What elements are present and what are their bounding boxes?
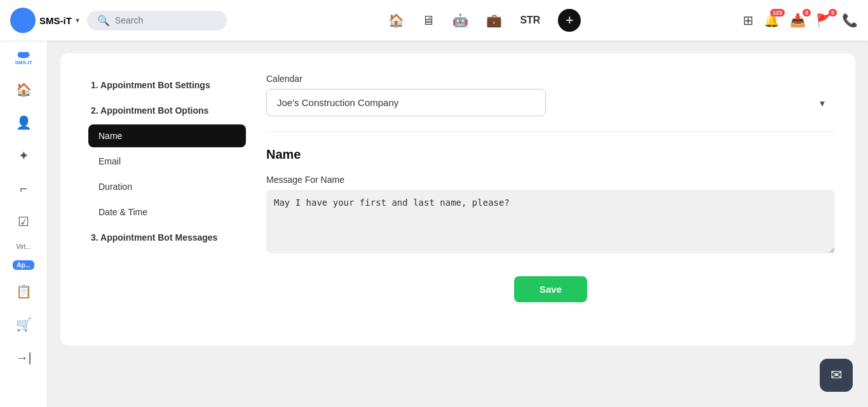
nav-home-icon[interactable]: 🏠 bbox=[388, 13, 404, 28]
message-for-name-textarea[interactable] bbox=[266, 190, 835, 253]
sidebar-item-shop[interactable]: 🛒 bbox=[10, 310, 37, 338]
brand-dropdown-icon: ▾ bbox=[76, 16, 79, 25]
content-area: 1. Appointment Bot Settings 2. Appointme… bbox=[48, 41, 868, 407]
main-card: 1. Appointment Bot Settings 2. Appointme… bbox=[60, 53, 855, 345]
sidebar-item-home[interactable]: 🏠 bbox=[10, 76, 37, 103]
top-navigation: SMS-iT ▾ 🔍 🏠 🖥 🤖 💼 STR + ⊞ 🔔 123 📥 0 🚩 0… bbox=[0, 0, 868, 41]
section-divider bbox=[266, 131, 835, 132]
sidebar-item-exit[interactable]: →| bbox=[10, 344, 37, 371]
nav-briefcase-icon[interactable]: 💼 bbox=[486, 13, 502, 28]
menu-item-duration[interactable]: Duration bbox=[88, 175, 246, 198]
menu-subitems: Name Email Duration Date & Time bbox=[81, 124, 246, 224]
sidebar-item-forms[interactable]: 📋 bbox=[10, 277, 37, 305]
sidebar-logo-text: SMS-iT bbox=[15, 60, 32, 65]
calendar-select[interactable]: Joe's Construction Company bbox=[266, 89, 546, 116]
calendar-chevron-down-icon: ▾ bbox=[820, 97, 825, 109]
nav-monitor-icon[interactable]: 🖥 bbox=[422, 13, 435, 28]
nav-flag-button[interactable]: 🚩 0 bbox=[816, 13, 832, 28]
nav-right-icons: ⊞ 🔔 123 📥 0 🚩 0 📞 bbox=[743, 13, 858, 28]
nav-bot-icon[interactable]: 🤖 bbox=[452, 13, 468, 28]
smsit-logo-icon bbox=[16, 48, 31, 60]
svg-point-1 bbox=[18, 51, 23, 57]
sidebar-logo: SMS-iT bbox=[8, 48, 39, 65]
menu-section-1: 1. Appointment Bot Settings bbox=[81, 74, 246, 97]
svg-point-2 bbox=[24, 51, 29, 57]
calendar-select-wrapper: Joe's Construction Company ▾ bbox=[266, 89, 835, 116]
nav-str-label[interactable]: STR bbox=[520, 15, 540, 26]
right-panel: Calendar Joe's Construction Company ▾ Na… bbox=[266, 74, 835, 302]
chat-icon: ✉ bbox=[831, 367, 842, 384]
nav-grid-icon[interactable]: ⊞ bbox=[743, 13, 754, 28]
search-bar[interactable]: 🔍 bbox=[87, 11, 227, 30]
bell-badge: 123 bbox=[770, 9, 785, 17]
two-column-layout: 1. Appointment Bot Settings 2. Appointme… bbox=[81, 74, 835, 302]
save-button[interactable]: Save bbox=[514, 276, 587, 302]
nav-phone-icon[interactable]: 📞 bbox=[842, 13, 858, 28]
sidebar-item-pipelines[interactable]: ⌐ bbox=[10, 175, 37, 203]
main-layout: SMS-iT 🏠 👤 ✦ ⌐ ☑ Virt... Ap... 📋 🛒 →| 1.… bbox=[0, 41, 868, 407]
save-area: Save bbox=[266, 276, 835, 302]
nav-bell-button[interactable]: 🔔 123 bbox=[764, 13, 780, 28]
menu-section-2: 2. Appointment Bot Options bbox=[81, 99, 246, 122]
inbox-badge: 0 bbox=[803, 9, 811, 17]
search-icon: 🔍 bbox=[97, 15, 110, 27]
menu-item-email[interactable]: Email bbox=[88, 150, 246, 173]
sidebar-item-virt[interactable]: Virt... bbox=[4, 241, 43, 253]
nav-inbox-button[interactable]: 📥 0 bbox=[790, 13, 806, 28]
sidebar-item-contacts[interactable]: 👤 bbox=[10, 109, 37, 137]
left-sidebar: SMS-iT 🏠 👤 ✦ ⌐ ☑ Virt... Ap... 📋 🛒 →| bbox=[0, 41, 48, 407]
flag-badge: 0 bbox=[829, 9, 837, 17]
menu-item-name[interactable]: Name bbox=[88, 124, 246, 147]
brand-name: SMS-iT bbox=[39, 15, 72, 26]
chat-float-button[interactable]: ✉ bbox=[820, 359, 853, 392]
sidebar-item-tasks[interactable]: ☑ bbox=[10, 208, 37, 236]
sidebar-ap-badge: Ap... bbox=[13, 260, 34, 270]
user-avatar bbox=[10, 8, 36, 33]
menu-item-date-time[interactable]: Date & Time bbox=[88, 201, 246, 224]
sidebar-virt-label: Virt... bbox=[16, 243, 31, 250]
brand-logo-area[interactable]: SMS-iT ▾ bbox=[10, 8, 79, 33]
menu-section-3: 3. Appointment Bot Messages bbox=[81, 226, 246, 249]
calendar-label: Calendar bbox=[266, 74, 835, 84]
message-field-label: Message For Name bbox=[266, 175, 835, 185]
left-panel-menu: 1. Appointment Bot Settings 2. Appointme… bbox=[81, 74, 246, 302]
nav-add-button[interactable]: + bbox=[558, 9, 581, 32]
nav-center-icons: 🏠 🖥 🤖 💼 STR + bbox=[234, 9, 735, 32]
section-title-name: Name bbox=[266, 147, 835, 162]
sidebar-item-automations[interactable]: ✦ bbox=[10, 142, 37, 170]
search-input[interactable] bbox=[115, 15, 217, 25]
sidebar-item-appointments[interactable]: Ap... bbox=[4, 258, 43, 272]
